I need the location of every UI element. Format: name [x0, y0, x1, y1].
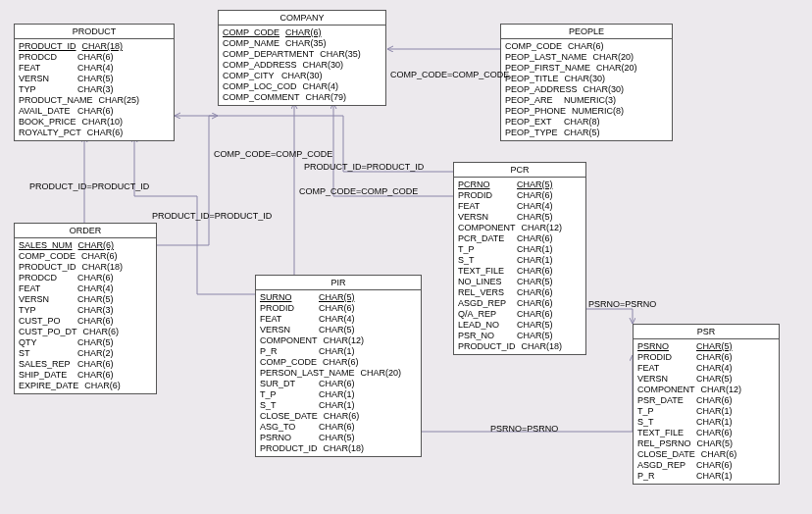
- column-type: CHAR(1): [517, 244, 553, 255]
- column-row[interactable]: T_PCHAR(1): [637, 406, 775, 417]
- column-row[interactable]: T_PCHAR(1): [458, 244, 582, 255]
- column-row[interactable]: P_RCHAR(1): [260, 346, 417, 357]
- column-name: CLOSE_DATE: [260, 411, 324, 422]
- column-row[interactable]: PSRNOCHAR(5): [260, 433, 417, 443]
- column-row[interactable]: TEXT_FILECHAR(6): [458, 266, 582, 277]
- column-row[interactable]: COMP_ADDRESSCHAR(30): [223, 60, 381, 71]
- column-row[interactable]: TYPCHAR(3): [19, 84, 170, 95]
- column-row[interactable]: PRODIDCHAR(6): [637, 352, 775, 363]
- entity-pcr[interactable]: PCR PCRNOCHAR(5)PRODIDCHAR(6)FEATCHAR(4)…: [453, 162, 586, 355]
- column-row[interactable]: PRODUCT_IDCHAR(18): [19, 262, 152, 273]
- column-row[interactable]: VERSNCHAR(5): [458, 212, 582, 223]
- column-row[interactable]: FEATCHAR(4): [19, 63, 170, 74]
- column-row[interactable]: EXPIRE_DATECHAR(6): [19, 381, 152, 391]
- column-row[interactable]: CUST_PO_DTCHAR(6): [19, 327, 152, 337]
- column-row[interactable]: PRODIDCHAR(6): [260, 303, 417, 314]
- column-row[interactable]: VERSNCHAR(5): [19, 74, 170, 84]
- column-name: PCRNO: [458, 180, 517, 190]
- column-row[interactable]: PERSON_LAST_NAMECHAR(20): [260, 368, 417, 379]
- column-row[interactable]: BOOK_PRICECHAR(10): [19, 117, 170, 128]
- column-row[interactable]: STCHAR(2): [19, 348, 152, 359]
- column-row[interactable]: CLOSE_DATECHAR(6): [260, 411, 417, 422]
- column-row[interactable]: PSR_NOCHAR(5): [458, 331, 582, 341]
- column-row[interactable]: FEATCHAR(4): [458, 201, 582, 212]
- column-row[interactable]: COMP_CODECHAR(6): [19, 251, 152, 262]
- column-row[interactable]: NO_LINESCHAR(5): [458, 277, 582, 287]
- column-row[interactable]: FEATCHAR(4): [19, 283, 152, 294]
- column-row[interactable]: COMP_CODECHAR(6): [505, 41, 668, 52]
- column-row[interactable]: PEOP_TITLECHAR(30): [505, 74, 668, 84]
- column-row[interactable]: PRODUCT_IDCHAR(18): [458, 341, 582, 352]
- column-row[interactable]: COMP_DEPARTMENTCHAR(35): [223, 49, 381, 60]
- column-row[interactable]: PCR_DATECHAR(6): [458, 233, 582, 244]
- column-row[interactable]: QTYCHAR(5): [19, 337, 152, 348]
- column-type: CHAR(6): [696, 428, 733, 438]
- column-row[interactable]: PRODUCT_IDCHAR(18): [19, 41, 170, 52]
- column-row[interactable]: S_TCHAR(1): [458, 255, 582, 266]
- column-row[interactable]: S_TCHAR(1): [260, 400, 417, 411]
- column-row[interactable]: COMPONENTCHAR(12): [458, 223, 582, 233]
- column-row[interactable]: SALES_NUMCHAR(6): [19, 240, 152, 251]
- entity-company[interactable]: COMPANY COMP_CODECHAR(6)COMP_NAMECHAR(35…: [218, 10, 386, 106]
- column-row[interactable]: ASGD_REPCHAR(6): [458, 298, 582, 309]
- column-row[interactable]: REL_PSRNOCHAR(5): [637, 438, 775, 449]
- column-row[interactable]: COMP_CODECHAR(6): [260, 357, 417, 368]
- column-row[interactable]: VERSNCHAR(5): [260, 325, 417, 335]
- column-type: NUMERIC(8): [572, 106, 624, 117]
- column-row[interactable]: P_RCHAR(1): [637, 471, 775, 482]
- column-row[interactable]: PRODCDCHAR(6): [19, 273, 152, 283]
- entity-pir[interactable]: PIR SURNOCHAR(5)PRODIDCHAR(6)FEATCHAR(4)…: [255, 275, 422, 457]
- column-type: CHAR(12): [324, 335, 365, 346]
- column-row[interactable]: PEOP_PHONENUMERIC(8): [505, 106, 668, 117]
- column-row[interactable]: PEOP_EXTCHAR(8): [505, 117, 668, 128]
- column-row[interactable]: CUST_POCHAR(6): [19, 316, 152, 327]
- column-row[interactable]: CLOSE_DATECHAR(6): [637, 449, 775, 460]
- column-row[interactable]: COMPONENTCHAR(12): [637, 385, 775, 395]
- entity-order[interactable]: ORDER SALES_NUMCHAR(6)COMP_CODECHAR(6)PR…: [14, 223, 157, 394]
- rel-label: COMP_CODE=COMP_CODE: [390, 70, 509, 79]
- column-row[interactable]: ROYALTY_PCTCHAR(6): [19, 128, 170, 138]
- column-name: REL_PSRNO: [637, 438, 697, 449]
- column-row[interactable]: PCRNOCHAR(5): [458, 180, 582, 190]
- column-row[interactable]: S_TCHAR(1): [637, 417, 775, 428]
- column-row[interactable]: SURNOCHAR(5): [260, 292, 417, 303]
- column-name: TYP: [19, 84, 77, 95]
- column-row[interactable]: PEOP_LAST_NAMECHAR(20): [505, 52, 668, 63]
- column-row[interactable]: SALES_REPCHAR(6): [19, 359, 152, 370]
- column-row[interactable]: COMP_LOC_CODCHAR(4): [223, 81, 381, 92]
- column-row[interactable]: VERSNCHAR(5): [19, 294, 152, 305]
- entity-people[interactable]: PEOPLE COMP_CODECHAR(6)PEOP_LAST_NAMECHA…: [500, 24, 673, 141]
- column-row[interactable]: COMP_CODECHAR(6): [223, 27, 381, 38]
- column-type: CHAR(6): [77, 370, 114, 381]
- column-row[interactable]: PSRNOCHAR(5): [637, 341, 775, 352]
- column-row[interactable]: PSR_DATECHAR(6): [637, 395, 775, 406]
- column-row[interactable]: FEATCHAR(4): [260, 314, 417, 325]
- column-row[interactable]: SUR_DTCHAR(6): [260, 379, 417, 389]
- column-row[interactable]: PEOP_TYPECHAR(5): [505, 128, 668, 138]
- column-row[interactable]: TYPCHAR(3): [19, 305, 152, 316]
- column-row[interactable]: PRODIDCHAR(6): [458, 190, 582, 201]
- column-row[interactable]: SHIP_DATECHAR(6): [19, 370, 152, 381]
- column-row[interactable]: COMPONENTCHAR(12): [260, 335, 417, 346]
- entity-product[interactable]: PRODUCT PRODUCT_IDCHAR(18)PRODCDCHAR(6)F…: [14, 24, 175, 141]
- column-row[interactable]: PRODUCT_IDCHAR(18): [260, 443, 417, 454]
- column-row[interactable]: PRODCDCHAR(6): [19, 52, 170, 63]
- column-row[interactable]: COMP_CITYCHAR(30): [223, 71, 381, 81]
- column-row[interactable]: COMP_COMMENTCHAR(79): [223, 92, 381, 103]
- column-row[interactable]: AVAIL_DATECHAR(6): [19, 106, 170, 117]
- column-row[interactable]: ASG_TOCHAR(6): [260, 422, 417, 433]
- column-row[interactable]: PEOP_ARENUMERIC(3): [505, 95, 668, 106]
- column-row[interactable]: COMP_NAMECHAR(35): [223, 38, 381, 49]
- column-row[interactable]: TEXT_FILECHAR(6): [637, 428, 775, 438]
- column-row[interactable]: T_PCHAR(1): [260, 389, 417, 400]
- column-row[interactable]: REL_VERSCHAR(6): [458, 287, 582, 298]
- entity-psr[interactable]: PSR PSRNOCHAR(5)PRODIDCHAR(6)FEATCHAR(4)…: [633, 324, 780, 485]
- column-row[interactable]: PEOP_ADDRESSCHAR(30): [505, 84, 668, 95]
- column-row[interactable]: VERSNCHAR(5): [637, 374, 775, 385]
- column-row[interactable]: PEOP_FIRST_NAMECHAR(20): [505, 63, 668, 74]
- column-row[interactable]: PRODUCT_NAMECHAR(25): [19, 95, 170, 106]
- column-row[interactable]: Q/A_REPCHAR(6): [458, 309, 582, 320]
- column-row[interactable]: LEAD_NOCHAR(5): [458, 320, 582, 331]
- column-row[interactable]: ASGD_REPCHAR(6): [637, 460, 775, 471]
- column-row[interactable]: FEATCHAR(4): [637, 363, 775, 374]
